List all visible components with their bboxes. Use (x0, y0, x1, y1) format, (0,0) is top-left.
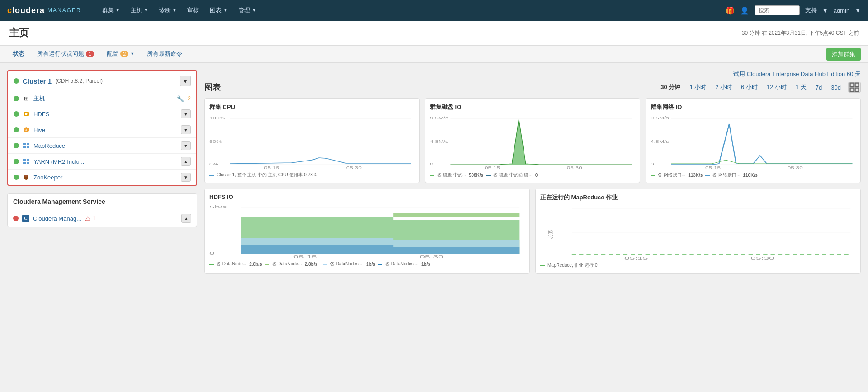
charts-title: 图表 (204, 82, 221, 93)
svg-text:H: H (25, 129, 27, 132)
page-header: 主页 30 分钟 在 2021年3月31日, 下午5点40 CST 之前 (0, 21, 868, 46)
tab-status[interactable]: 状态 (7, 47, 30, 61)
time-controls: 30 分钟 1 小时 2 小时 6 小时 12 小时 1 天 7d 30d (659, 82, 861, 93)
mapreduce-jobs-legend: MapReduce, 作业 运行 0 (540, 262, 856, 269)
svg-rect-5 (27, 143, 29, 145)
cluster-cpu-legend: Cluster 1, 整个 主机 中的 主机 CPU 使用率 0.73% (209, 172, 415, 178)
add-cluster-button[interactable]: 添加群集 (826, 48, 861, 61)
hdfs-service-name[interactable]: HDFS (33, 111, 177, 118)
svg-point-1 (25, 113, 28, 115)
zookeeper-status-dot (14, 175, 19, 180)
svg-text:05:30: 05:30 (750, 256, 774, 260)
nav-support-link[interactable]: 支持 (805, 6, 817, 14)
gift-icon[interactable]: 🎁 (726, 6, 735, 15)
time-1d[interactable]: 1 天 (794, 82, 808, 92)
management-service-title: Cloudera Management Service (8, 194, 197, 210)
user-icon[interactable]: 👤 (740, 6, 749, 15)
svg-rect-4 (23, 143, 26, 145)
management-service-row: C Cloudera Manag... ⚠ 1 ▲ (8, 210, 197, 227)
mgmt-menu-button[interactable]: ▲ (181, 214, 191, 223)
nav-admin[interactable]: 管理 ▼ (234, 5, 260, 16)
nav-clusters[interactable]: 群集 ▼ (98, 5, 124, 16)
runtime-issues-badge: 1 (86, 51, 94, 57)
page-title: 主页 (9, 26, 29, 40)
time-7d[interactable]: 7d (814, 83, 824, 92)
logo: cloudera MANAGER (7, 6, 81, 15)
svg-rect-10 (23, 162, 26, 164)
hive-service-name[interactable]: Hive (33, 127, 177, 133)
svg-text:05:30: 05:30 (420, 255, 443, 258)
time-6h[interactable]: 6 小时 (739, 82, 760, 92)
tab-bar: 状态 所有运行状况问题 1 配置 2 ▼ 所有最新命令 添加群集 (0, 46, 868, 63)
search-input[interactable] (755, 5, 800, 15)
time-12h[interactable]: 12 小时 (765, 82, 788, 92)
hive-icon: H (23, 126, 30, 133)
nav-hosts[interactable]: 主机 ▼ (126, 5, 153, 16)
cluster-network-io-title: 群集网络 IO (651, 103, 856, 111)
svg-text:0%: 0% (209, 162, 218, 166)
enterprise-banner: 试用 Cloudera Enterprise Data Hub Edition … (204, 70, 861, 78)
zookeeper-service-name[interactable]: ZooKeeper (33, 174, 177, 181)
cloudera-mgmt-icon: C (22, 215, 29, 222)
cluster-1-section: Cluster 1 (CDH 5.8.2, Parcel) ▼ ⊞ 主机 🔧 2… (7, 70, 197, 186)
cluster-network-io-chart: 群集网络 IO 9.5M/s 4.8M/s 0 05:15 05:30 (646, 98, 861, 183)
hive-status-dot (14, 127, 19, 132)
svg-text:05:15: 05:15 (293, 255, 317, 258)
cluster-1-menu-button[interactable]: ▼ (180, 76, 191, 86)
mapreduce-menu-button[interactable]: ▼ (181, 141, 191, 150)
hosts-status-dot (14, 96, 19, 101)
nav-audit[interactable]: 审核 (183, 5, 203, 16)
mapreduce-jobs-title: 正在运行的 MapReduce 作业 (540, 194, 856, 202)
nav-charts[interactable]: 图表 ▼ (205, 5, 232, 16)
svg-text:4.8M/s: 4.8M/s (651, 139, 669, 143)
cluster-disk-io-chart: 群集磁盘 IO 9.5M/s 4.8M/s 0 05:15 05:30 (425, 98, 640, 183)
svg-text:100%: 100% (209, 116, 225, 120)
nav-diagnostics[interactable]: 诊断 ▼ (155, 5, 181, 16)
mapreduce-status-dot (14, 143, 19, 148)
tab-config[interactable]: 配置 2 ▼ (101, 47, 140, 61)
svg-text:0: 0 (209, 251, 215, 255)
charts-expand-button[interactable] (848, 82, 861, 93)
tab-runtime-issues[interactable]: 所有运行状况问题 1 (32, 47, 99, 61)
service-row-hosts: ⊞ 主机 🔧 2 (8, 91, 196, 106)
time-30min[interactable]: 30 分钟 (659, 82, 682, 92)
mapreduce-service-name[interactable]: MapReduce (33, 142, 177, 149)
left-panel: Cluster 1 (CDH 5.8.2, Parcel) ▼ ⊞ 主机 🔧 2… (7, 70, 197, 389)
hdfs-icon (23, 110, 30, 118)
time-1h[interactable]: 1 小时 (688, 82, 708, 92)
zookeeper-menu-button[interactable]: ▼ (181, 173, 191, 182)
mgmt-service-name[interactable]: Cloudera Manag... (33, 215, 81, 222)
hosts-service-name[interactable]: 主机 (33, 94, 102, 103)
svg-text:0: 0 (651, 162, 654, 166)
hosts-warn-count: 2 (188, 95, 191, 102)
svg-text:50%: 50% (209, 139, 222, 143)
hosts-grid-icon: ⊞ (23, 95, 30, 102)
mapreduce-icon (23, 142, 30, 149)
svg-text:5b/s: 5b/s (209, 205, 227, 209)
svg-rect-14 (850, 83, 854, 87)
svg-rect-8 (23, 159, 26, 161)
cluster-1-header: Cluster 1 (CDH 5.8.2, Parcel) ▼ (8, 71, 196, 91)
time-2h[interactable]: 2 小时 (713, 82, 734, 92)
svg-text:05:15: 05:15 (264, 165, 279, 169)
svg-text:4.8M/s: 4.8M/s (430, 139, 448, 143)
service-row-mapreduce: MapReduce ▼ (8, 138, 196, 154)
mapreduce-jobs-chart: 正在运行的 MapReduce 作业 Jobs 05:15 05:30 (535, 189, 861, 274)
yarn-service-name[interactable]: YARN (MR2 Inclu... (33, 158, 177, 165)
svg-text:05:15: 05:15 (705, 165, 721, 169)
cluster-disk-io-area: 9.5M/s 4.8M/s 0 05:15 05:30 (430, 115, 635, 169)
time-30d[interactable]: 30d (829, 83, 843, 92)
hive-menu-button[interactable]: ▼ (181, 125, 191, 134)
tab-latest-commands[interactable]: 所有最新命令 (142, 47, 188, 61)
config-badge: 2 (120, 51, 128, 57)
cluster-disk-io-legend: 各 磁盘 中的... 508K/s 各 磁盘 中的总 磁... 0 (430, 172, 635, 178)
cluster-disk-io-title: 群集磁盘 IO (430, 103, 635, 111)
nav-admin-user[interactable]: admin (834, 7, 849, 14)
svg-rect-6 (23, 146, 26, 148)
nav-right: 🎁 👤 支持 ▼ admin ▼ (726, 5, 861, 15)
yarn-menu-button[interactable]: ▲ (181, 157, 191, 166)
hdfs-menu-button[interactable]: ▼ (181, 109, 191, 118)
mapreduce-jobs-area: Jobs 05:15 05:30 (540, 205, 856, 260)
hdfs-status-dot (14, 111, 19, 117)
hosts-wrench-icon: 🔧 (177, 95, 184, 102)
